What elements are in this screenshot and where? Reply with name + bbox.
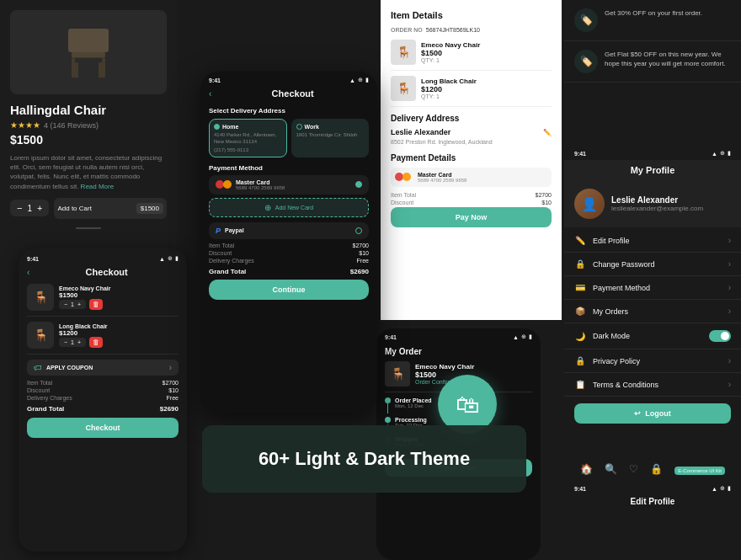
- shopping-bag-icon: 🛍: [456, 391, 479, 419]
- o-battery-icon: ▮: [529, 333, 532, 340]
- menu-item-my-orders[interactable]: 📦 My Orders ›: [564, 300, 741, 323]
- sc-battery-icon: ▮: [175, 255, 179, 262]
- profile-phone-nav: 🏠 🔍 ♡ 🔒 E-Commerce UI Kit: [564, 458, 741, 480]
- read-more-link[interactable]: Read More: [81, 183, 115, 190]
- profile-user-row: 👤 Leslie Alexander lesliealexander@examp…: [564, 180, 741, 227]
- mastercard-logo: [216, 180, 232, 189]
- terms-icon: 📋: [574, 380, 586, 389]
- menu-item-edit-profile[interactable]: ✏️ Edit Profile ›: [564, 229, 741, 253]
- sc-qty-2: − 1 +: [59, 338, 86, 347]
- mastercard-option[interactable]: Master Card 5689 4700 2589 9658: [209, 175, 369, 195]
- big-phone-title: Checkout: [216, 88, 369, 99]
- nav-search-icon[interactable]: 🔍: [605, 463, 617, 475]
- home-address-card[interactable]: Home 4140 Parker Rd., Allentown, New Mex…: [209, 119, 287, 157]
- small-checkout-phone: 9:41 ▲ ⊕ ▮ ‹ Checkout 🪑 Emeco Navy Chair…: [19, 248, 187, 552]
- nav-lock-icon[interactable]: 🔒: [650, 463, 663, 475]
- menu-item-terms[interactable]: 📋 Terms & Conditions ›: [564, 373, 741, 397]
- sc-status-bar: 9:41 ▲ ⊕ ▮: [19, 248, 187, 264]
- grand-label: Grand Total: [209, 268, 246, 275]
- item-row-1: 🪑 Emeco Navy Chair $1500 QTY: 1: [391, 40, 552, 71]
- add-card-label: Add New Card: [275, 205, 314, 211]
- edit-address-button[interactable]: ✏️: [543, 129, 552, 136]
- ep-status-icons: ▲ ⊕ ▮: [712, 485, 731, 492]
- my-orders-label: My Orders: [593, 307, 628, 316]
- product-image: [10, 10, 167, 94]
- work-address-card[interactable]: Work 1901 Thornridge Cir. Shiloh: [291, 119, 370, 157]
- home-label: Home: [222, 124, 238, 130]
- sc-item-price-2: $1200: [59, 329, 179, 337]
- menu-item-dark-mode[interactable]: 🌙 Dark Mode: [564, 323, 741, 349]
- checkout-button[interactable]: Checkout: [27, 418, 179, 438]
- big-phone-content: Select Delivery Address Home 4140 Parker…: [200, 102, 377, 305]
- delivery-address-title: Delivery Address: [391, 114, 552, 123]
- big-phone-back-button[interactable]: ‹: [209, 89, 211, 99]
- add-card-button[interactable]: ⊕ Add New Card: [209, 198, 369, 217]
- sc-item-2: 🪑 Long Black Chair $1200 − 1 + 🗑: [27, 322, 179, 355]
- checkout-totals: Item Total $2700 Discount $10 Delivery C…: [209, 243, 369, 264]
- add-to-cart-button[interactable]: Add to Cart $1500: [54, 198, 167, 219]
- sc-delivery-label: Delivery Charges: [27, 395, 72, 401]
- item-price-2: $1200: [421, 85, 552, 93]
- paypal-info: Paypal: [225, 227, 355, 233]
- sc-qty-del-1: − 1 + 🗑: [59, 299, 179, 310]
- pd-mc-logo: [395, 173, 411, 181]
- order-status-bar: 9:41 ▲ ⊕ ▮: [376, 328, 541, 342]
- paypal-option[interactable]: P Paypal: [209, 222, 369, 239]
- ep-signal-icon: ▲: [712, 486, 717, 492]
- order-number-row: ORDER NO 56874JHT8569LK10: [391, 27, 552, 33]
- edit-profile-arrow-icon: ›: [728, 236, 731, 245]
- sc-time: 9:41: [27, 256, 39, 262]
- quantity-increase-button[interactable]: +: [37, 203, 42, 213]
- sc-item-thumb-2: 🪑: [27, 322, 54, 349]
- plus-icon: ⊕: [264, 203, 271, 212]
- pd-mc-orange: [402, 173, 411, 181]
- sc-delete-1-button[interactable]: 🗑: [89, 299, 103, 310]
- edit-profile-icon: ✏️: [574, 236, 586, 245]
- delivery-address-section: Delivery Address Leslie Alexander ✏️ 850…: [391, 114, 552, 147]
- menu-item-payment-method[interactable]: 💳 Payment Method ›: [564, 276, 741, 300]
- sc-item-info-2: Long Black Chair $1200 − 1 + 🗑: [59, 323, 179, 348]
- sc-grand-row: Grand Total $2690: [27, 405, 179, 413]
- home-radio-icon: [214, 124, 220, 130]
- my-orders-arrow-icon: ›: [728, 307, 731, 316]
- logout-button[interactable]: ↩ Logout: [574, 403, 731, 424]
- sc-back-button[interactable]: ‹: [27, 268, 29, 277]
- work-address-text: 1901 Thornridge Cir. Shiloh: [296, 132, 365, 139]
- item-details-panel: Item Details ORDER NO 56874JHT8569LK10 🪑…: [381, 0, 562, 320]
- sc-item-thumb-1: 🪑: [27, 284, 54, 311]
- stars-row: ★★★★ 4 (146 Reviews): [10, 120, 167, 130]
- mastercard-number: 5689 4700 2589 9658: [236, 185, 355, 190]
- svg-rect-3: [102, 57, 105, 77]
- nav-profile-icon[interactable]: E-Commerce UI Kit: [674, 463, 725, 475]
- quantity-cart-row: − 1 + Add to Cart $1500: [10, 198, 167, 219]
- sc-title: Checkout: [35, 267, 179, 277]
- coupon-row[interactable]: 🏷 APPLY COUPON ›: [27, 360, 179, 376]
- sc-item-total-label: Item Total: [27, 380, 52, 386]
- work-radio-icon: [296, 124, 302, 130]
- grand-value: $2690: [350, 268, 369, 275]
- menu-item-change-password[interactable]: 🔒 Change Password ›: [564, 253, 741, 276]
- sc-delete-2-button[interactable]: 🗑: [89, 337, 103, 348]
- quantity-decrease-button[interactable]: −: [17, 203, 22, 213]
- paypal-label: Paypal: [225, 227, 355, 233]
- sc-discount-value: $10: [168, 387, 179, 393]
- menu-item-privacy-policy[interactable]: 🔒 Privacy Policy ›: [564, 349, 741, 373]
- avatar: 👤: [574, 189, 605, 219]
- profile-user-name: Leslie Alexander: [611, 195, 703, 205]
- delivery-label: Delivery Charges: [209, 258, 254, 264]
- ep-wifi-icon: ⊕: [720, 485, 725, 492]
- profile-user-email: lesliealexander@example.com: [611, 205, 703, 212]
- nav-home-icon[interactable]: 🏠: [580, 463, 593, 475]
- mc-orange-circle: [223, 180, 232, 189]
- payment-details-title: Payment Details: [391, 153, 552, 163]
- pay-now-button[interactable]: Pay Now: [391, 207, 552, 227]
- nav-heart-icon[interactable]: ♡: [629, 463, 638, 475]
- continue-button[interactable]: Continue: [209, 280, 369, 300]
- sc-item-name-1: Emeco Navy Chair: [59, 285, 179, 291]
- dark-mode-toggle[interactable]: [709, 330, 731, 342]
- delivery-address-text: 8502 Preston Rd. Inglewood, Auckland: [391, 138, 552, 147]
- sc-delivery-row: Delivery Charges Free: [27, 395, 179, 401]
- my-orders-icon: 📦: [574, 307, 586, 316]
- big-phone-status-bar: 9:41 ▲ ⊕ ▮: [200, 72, 377, 85]
- payment-details-section: Payment Details Master Card 5689 4700 25…: [391, 153, 552, 227]
